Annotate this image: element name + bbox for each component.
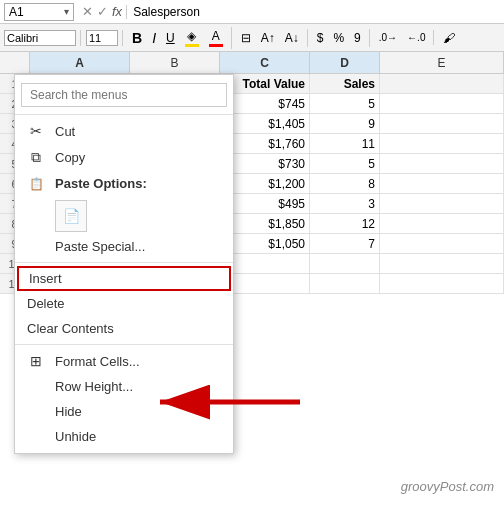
row-num-header xyxy=(0,52,30,73)
spreadsheet-area: A B C D E 1 Salesperson Value Per Sale T… xyxy=(0,52,504,500)
col-header-c[interactable]: C xyxy=(220,52,310,73)
cell-d3[interactable]: 9 xyxy=(310,114,380,133)
formula-value: Salesperson xyxy=(133,5,200,19)
cell-d1[interactable]: Sales xyxy=(310,74,380,93)
font-color-button[interactable]: A xyxy=(205,27,227,49)
fx-icon[interactable]: fx xyxy=(112,4,122,19)
column-headers: A B C D E xyxy=(0,52,504,74)
clear-contents-label: Clear Contents xyxy=(27,321,114,336)
formula-icons: ✕ ✓ fx xyxy=(78,4,126,19)
cell-e6[interactable] xyxy=(380,174,504,193)
col-header-d[interactable]: D xyxy=(310,52,380,73)
borders-button[interactable]: ⊟ xyxy=(237,29,255,47)
font-size-group xyxy=(86,30,123,46)
cell-d7[interactable]: 3 xyxy=(310,194,380,213)
cell-d9[interactable]: 7 xyxy=(310,234,380,253)
borders-group: ⊟ A↑ A↓ xyxy=(237,29,308,47)
cancel-icon[interactable]: ✕ xyxy=(82,4,93,19)
font-color-icon: A xyxy=(212,29,220,43)
cell-e5[interactable] xyxy=(380,154,504,173)
cell-e7[interactable] xyxy=(380,194,504,213)
format-cells-icon: ⊞ xyxy=(27,353,45,369)
font-style-group: B I U ◈ A xyxy=(128,27,232,49)
context-menu-search[interactable] xyxy=(21,83,227,107)
format-cells-label: Format Cells... xyxy=(55,354,140,369)
col-header-b[interactable]: B xyxy=(130,52,220,73)
paste-options-label: Paste Options: xyxy=(55,176,147,191)
paste-special-label: Paste Special... xyxy=(55,239,145,254)
comma-button[interactable]: 9 xyxy=(350,29,365,47)
fill-color-button[interactable]: ◈ xyxy=(181,27,203,49)
unhide-label: Unhide xyxy=(55,429,96,444)
context-menu-format-cells[interactable]: ⊞ Format Cells... xyxy=(15,348,233,374)
copy-label: Copy xyxy=(55,150,85,165)
paint-format-group: 🖌 xyxy=(439,29,463,47)
font-name-input[interactable] xyxy=(4,30,76,46)
italic-button[interactable]: I xyxy=(148,28,160,48)
fill-color-icon: ◈ xyxy=(187,29,196,43)
decrease-font-button[interactable]: A↓ xyxy=(281,29,303,47)
cell-e9[interactable] xyxy=(380,234,504,253)
cell-d5[interactable]: 5 xyxy=(310,154,380,173)
cell-d4[interactable]: 11 xyxy=(310,134,380,153)
context-menu-unhide[interactable]: Unhide xyxy=(15,424,233,449)
context-menu-cut[interactable]: ✂ Cut xyxy=(15,118,233,144)
insert-label: Insert xyxy=(29,271,62,286)
context-menu-insert[interactable]: Insert xyxy=(17,266,231,291)
dollar-button[interactable]: $ xyxy=(313,29,328,47)
font-name-group xyxy=(4,30,81,46)
context-menu-paste-special[interactable]: Paste Special... xyxy=(15,234,233,259)
delete-label: Delete xyxy=(27,296,65,311)
menu-divider-3 xyxy=(15,344,233,345)
context-menu: ✂ Cut ⧉ Copy 📋 Paste Options: 📄 Paste Sp… xyxy=(14,74,234,454)
cell-e4[interactable] xyxy=(380,134,504,153)
cell-e11[interactable] xyxy=(380,274,504,293)
cell-reference-box[interactable]: A1 ▾ xyxy=(4,3,74,21)
cell-d6[interactable]: 8 xyxy=(310,174,380,193)
confirm-icon[interactable]: ✓ xyxy=(97,4,108,19)
cell-d11[interactable] xyxy=(310,274,380,293)
context-menu-clear-contents[interactable]: Clear Contents xyxy=(15,316,233,341)
cell-e3[interactable] xyxy=(380,114,504,133)
cell-d8[interactable]: 12 xyxy=(310,214,380,233)
copy-icon: ⧉ xyxy=(27,149,45,166)
cell-e10[interactable] xyxy=(380,254,504,273)
col-header-e[interactable]: E xyxy=(380,52,504,73)
cell-e1[interactable] xyxy=(380,74,504,93)
context-menu-delete[interactable]: Delete xyxy=(15,291,233,316)
toolbar: B I U ◈ A ⊟ A↑ A↓ $ % 9 .0→ ←.0 🖌 xyxy=(0,24,504,52)
cell-e8[interactable] xyxy=(380,214,504,233)
font-size-input[interactable] xyxy=(86,30,118,46)
decrease-decimal-button[interactable]: ←.0 xyxy=(403,30,429,45)
cut-label: Cut xyxy=(55,124,75,139)
watermark-text: groovyPost.com xyxy=(401,479,494,494)
bold-button[interactable]: B xyxy=(128,28,146,48)
row-height-label: Row Height... xyxy=(55,379,133,394)
paste-icon: 📋 xyxy=(27,177,45,191)
paste-clipboard-icon: 📄 xyxy=(63,208,80,224)
paste-icon-button[interactable]: 📄 xyxy=(55,200,87,232)
underline-button[interactable]: U xyxy=(162,29,179,47)
formula-input[interactable]: Salesperson xyxy=(126,5,504,19)
cell-d10[interactable] xyxy=(310,254,380,273)
hide-label: Hide xyxy=(55,404,82,419)
cell-e2[interactable] xyxy=(380,94,504,113)
increase-font-button[interactable]: A↑ xyxy=(257,29,279,47)
cut-icon: ✂ xyxy=(27,123,45,139)
paste-icon-group: 📄 xyxy=(15,196,233,234)
watermark: groovyPost.com xyxy=(401,479,494,494)
number-format-group: $ % 9 xyxy=(313,29,370,47)
percent-button[interactable]: % xyxy=(329,29,348,47)
context-menu-copy[interactable]: ⧉ Copy xyxy=(15,144,233,171)
increase-decimal-button[interactable]: .0→ xyxy=(375,30,401,45)
formula-bar: A1 ▾ ✕ ✓ fx Salesperson xyxy=(0,0,504,24)
menu-divider-2 xyxy=(15,262,233,263)
context-menu-row-height[interactable]: Row Height... xyxy=(15,374,233,399)
cell-ref-value: A1 xyxy=(9,5,24,19)
decimal-group: .0→ ←.0 xyxy=(375,30,435,45)
context-menu-hide[interactable]: Hide xyxy=(15,399,233,424)
cell-ref-chevron: ▾ xyxy=(64,6,69,17)
cell-d2[interactable]: 5 xyxy=(310,94,380,113)
col-header-a[interactable]: A xyxy=(30,52,130,73)
paint-format-button[interactable]: 🖌 xyxy=(439,29,459,47)
